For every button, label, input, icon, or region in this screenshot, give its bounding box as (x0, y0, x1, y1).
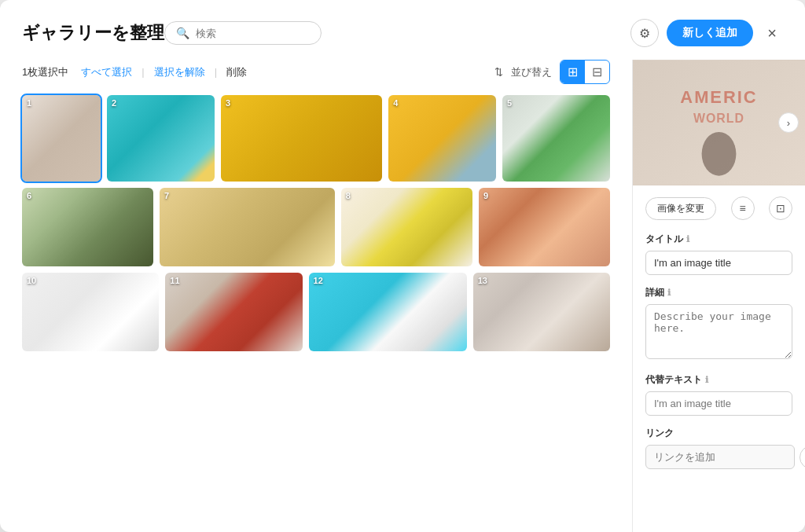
image-number: 10 (27, 276, 36, 285)
svg-text:AMERIC: AMERIC (680, 87, 757, 107)
content-area: 1枚選択中 すべて選択 | 選択を解除 | 削除 ⇅ 並び替え ⊞ ⊟ (0, 60, 805, 532)
list-item[interactable]: 8 (341, 188, 472, 266)
sliders-icon: ≡ (739, 202, 745, 215)
crop-icon: ⊡ (776, 202, 785, 215)
crop-icon-button[interactable]: ⊡ (769, 196, 792, 220)
svg-point-4 (702, 132, 737, 176)
grid-small-icon: ⊞ (568, 65, 578, 79)
image-number: 2 (112, 98, 116, 108)
change-image-button[interactable]: 画像を変更 (645, 197, 716, 220)
modal-header: ギャラリーを整理 🔍 ⚙ 新しく追加 × (0, 0, 805, 60)
right-panel: AMERIC WORLD › 画像を変更 ≡ ⊡ (632, 60, 805, 532)
image-number: 12 (314, 276, 323, 285)
image-number: 3 (226, 98, 230, 108)
list-item[interactable]: 13 (473, 273, 610, 351)
add-new-button[interactable]: 新しく追加 (667, 20, 753, 46)
search-input[interactable] (196, 28, 310, 39)
preview-area: AMERIC WORLD › (633, 60, 805, 185)
list-item[interactable]: 3 (221, 95, 382, 182)
image-number: 8 (346, 191, 351, 200)
settings-button[interactable]: ⚙ (630, 19, 659, 47)
detail-textarea[interactable] (645, 304, 792, 359)
panel-body: 画像を変更 ≡ ⊡ タイトル ℹ (633, 185, 805, 532)
list-item[interactable]: 4 (388, 95, 496, 182)
view-toggle: ⊞ ⊟ (560, 60, 610, 84)
alt-text-input[interactable] (645, 391, 792, 416)
grid-large-icon: ⊟ (592, 65, 602, 79)
list-item[interactable]: 1 (22, 95, 101, 182)
link-row: 🔗 (645, 445, 792, 469)
detail-field-group: 詳細 ℹ (645, 286, 792, 362)
list-item[interactable]: 11 (165, 273, 302, 351)
gallery-modal: ギャラリーを整理 🔍 ⚙ 新しく追加 × 1枚選択中 すべて選択 | 選択を解除 (0, 0, 805, 532)
svg-text:WORLD: WORLD (693, 112, 744, 125)
image-number: 7 (164, 191, 169, 200)
link-icon-button[interactable]: 🔗 (799, 446, 805, 469)
selection-count: 1枚選択中 (22, 65, 68, 79)
grid-row-1: 1 2 3 4 5 (22, 95, 610, 182)
grid-row-3: 10 11 12 13 (22, 273, 610, 351)
grid-row-2: 6 7 8 9 (22, 188, 610, 266)
settings-icon: ⚙ (639, 26, 650, 41)
sort-area: ⇅ 並び替え ⊞ ⊟ (494, 60, 610, 84)
select-all-button[interactable]: すべて選択 (81, 65, 132, 79)
title-info-icon: ℹ (686, 234, 689, 244)
list-item[interactable]: 7 (160, 188, 335, 266)
image-number: 5 (507, 98, 512, 108)
list-item[interactable]: 9 (479, 188, 610, 266)
sort-icon: ⇅ (494, 66, 503, 78)
detail-info-icon: ℹ (667, 288, 671, 298)
deselect-button[interactable]: 選択を解除 (154, 65, 205, 79)
detail-label: 詳細 ℹ (645, 286, 792, 299)
image-grid: 1 2 3 4 5 (22, 95, 610, 351)
title-input[interactable] (645, 251, 792, 275)
title-label: タイトル ℹ (645, 233, 792, 246)
title-field-group: タイトル ℹ (645, 233, 792, 275)
search-icon: 🔍 (176, 27, 189, 39)
link-field-group: リンク 🔗 (645, 427, 792, 469)
image-number: 4 (393, 98, 398, 108)
modal-title: ギャラリーを整理 (22, 21, 164, 45)
preview-next-button[interactable]: › (778, 112, 799, 133)
image-number: 6 (27, 191, 31, 200)
sort-label: 並び替え (511, 65, 552, 79)
delete-button[interactable]: 削除 (226, 65, 247, 79)
edit-icon-button[interactable]: ≡ (731, 196, 755, 220)
link-label: リンク (645, 427, 792, 440)
alt-label: 代替テキスト ℹ (645, 373, 792, 387)
change-image-row: 画像を変更 ≡ ⊡ (645, 196, 792, 220)
image-number: 11 (170, 276, 179, 285)
search-box[interactable]: 🔍 (164, 21, 322, 45)
image-number: 13 (478, 276, 487, 285)
list-item[interactable]: 2 (107, 95, 215, 182)
list-item[interactable]: 6 (22, 188, 153, 266)
gallery-section: 1枚選択中 すべて選択 | 選択を解除 | 削除 ⇅ 並び替え ⊞ ⊟ (0, 60, 632, 532)
selection-bar: 1枚選択中 すべて選択 | 選択を解除 | 削除 ⇅ 並び替え ⊞ ⊟ (22, 60, 610, 84)
list-item[interactable]: 5 (502, 95, 610, 182)
link-input[interactable] (645, 445, 795, 469)
grid-small-view-button[interactable]: ⊞ (561, 61, 585, 83)
list-item[interactable]: 10 (22, 273, 159, 351)
image-number: 9 (483, 191, 488, 200)
grid-large-view-button[interactable]: ⊟ (585, 61, 609, 83)
alt-info-icon: ℹ (705, 375, 708, 385)
close-button[interactable]: × (761, 21, 783, 46)
list-item[interactable]: 12 (309, 273, 467, 351)
alt-text-field-group: 代替テキスト ℹ (645, 373, 792, 416)
image-number: 1 (27, 98, 31, 108)
